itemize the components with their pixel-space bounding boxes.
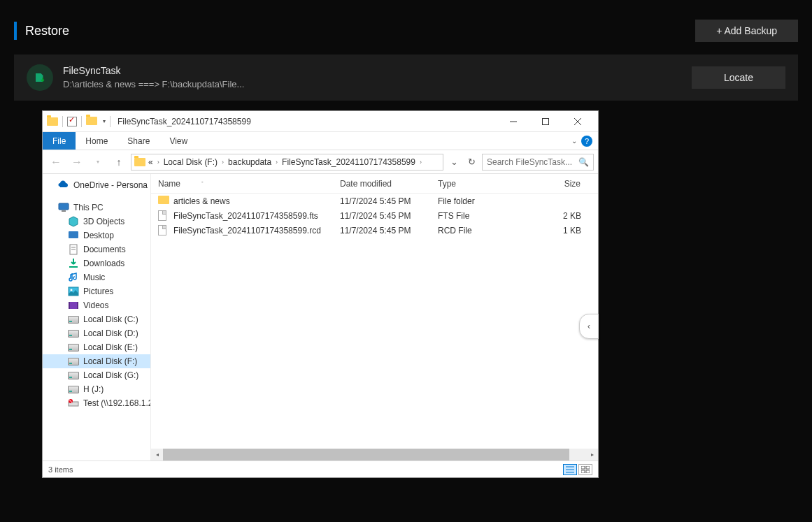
svg-rect-1 [543, 118, 549, 124]
nav-item-label: OneDrive - Persona [73, 180, 148, 190]
breadcrumb-segment[interactable]: FileSyncTask_20241107174358599 [279, 157, 418, 167]
thumbnails-view-button[interactable] [578, 464, 592, 475]
chevron-right-icon[interactable]: › [220, 159, 225, 166]
svg-rect-5 [62, 210, 66, 212]
add-backup-button[interactable]: + Add Backup [695, 20, 798, 42]
nav-tree-item[interactable]: Videos [43, 298, 150, 312]
breadcrumb[interactable]: « › Local Disk (F:) › backupdata › FileS… [131, 154, 443, 171]
nav-forward-button[interactable]: → [68, 153, 86, 171]
disk-icon [68, 370, 79, 381]
disk-icon [68, 314, 79, 325]
nav-back-button[interactable]: ← [47, 153, 65, 171]
column-header-size[interactable]: Size [513, 174, 598, 193]
svg-rect-24 [581, 470, 585, 473]
header-accent [14, 22, 17, 40]
nav-tree-item[interactable]: Test (\\192.168.1.2 [43, 396, 150, 410]
onedrive-icon [58, 180, 69, 191]
nav-tree-item[interactable]: Local Disk (G:) [43, 368, 150, 382]
nav-item-label: 3D Objects [83, 217, 124, 226]
svg-point-12 [71, 289, 73, 291]
task-name: FileSyncTask [63, 64, 692, 78]
nav-up-button[interactable]: ↑ [110, 153, 128, 171]
column-header-type[interactable]: Type [431, 174, 513, 193]
nav-tree-item[interactable]: Local Disk (C:) [43, 312, 150, 326]
svg-rect-14 [69, 302, 70, 309]
scrollbar-thumb[interactable] [163, 449, 569, 461]
details-view-button[interactable] [563, 464, 577, 475]
downloads-icon [68, 258, 79, 269]
file-list-pane: Nameˆ Date modified Type Size articles &… [151, 174, 598, 461]
nav-item-label: This PC [73, 203, 104, 212]
chevron-right-icon[interactable]: › [156, 159, 161, 166]
search-box[interactable]: 🔍 [482, 154, 594, 171]
nav-tree-item[interactable]: OneDrive - Persona [43, 178, 150, 192]
nav-item-label: Test (\\192.168.1.2 [83, 398, 151, 408]
quick-access-checkbox-icon[interactable] [67, 117, 77, 126]
nav-tree-item[interactable]: Documents [43, 242, 150, 256]
nav-tree-item[interactable]: Local Disk (E:) [43, 340, 150, 354]
ribbon-expand-icon[interactable]: ⌄ [571, 137, 577, 145]
nav-tree-item[interactable]: H (J:) [43, 382, 150, 396]
file-row[interactable]: FileSyncTask_20241107174358599.fts11/7/2… [151, 208, 598, 223]
tab-home[interactable]: Home [76, 132, 117, 150]
backup-task-row[interactable]: FileSyncTask D:\articles & news ===> F:\… [14, 55, 798, 101]
status-text: 3 items [48, 465, 73, 474]
nav-recent-dropdown[interactable]: ▾ [89, 153, 107, 171]
breadcrumb-overflow[interactable]: « [145, 157, 156, 167]
svg-rect-15 [77, 302, 78, 309]
breadcrumb-segment[interactable]: backupdata [225, 157, 274, 167]
chevron-right-icon[interactable]: › [274, 159, 279, 166]
nav-tree-item[interactable]: Local Disk (F:) [43, 354, 150, 368]
disk-icon [68, 328, 79, 339]
sync-icon [27, 64, 53, 91]
help-icon[interactable]: ? [581, 136, 592, 147]
file-row[interactable]: articles & news11/7/2024 5:45 PMFile fol… [151, 194, 598, 208]
nav-tree-item[interactable]: Pictures [43, 284, 150, 298]
search-icon[interactable]: 🔍 [578, 157, 589, 167]
nav-tree-item[interactable]: Desktop [43, 229, 150, 242]
separator [62, 116, 63, 127]
locate-button[interactable]: Locate [692, 66, 785, 89]
nav-item-label: Local Disk (G:) [83, 370, 138, 380]
scroll-left-button[interactable]: ◂ [151, 449, 163, 461]
nav-tree-item[interactable]: Music [43, 270, 150, 284]
tab-view[interactable]: View [159, 132, 197, 150]
separator [81, 116, 82, 127]
address-bar: ← → ▾ ↑ « › Local Disk (F:) › backupdata… [43, 150, 598, 174]
nav-item-label: Pictures [83, 287, 113, 296]
nav-tree-item[interactable]: This PC [43, 201, 150, 215]
file-type: File folder [431, 196, 513, 206]
column-header-date[interactable]: Date modified [333, 174, 431, 193]
close-button[interactable] [562, 111, 594, 132]
column-header-name[interactable]: Nameˆ [151, 174, 333, 193]
search-input[interactable] [487, 157, 578, 167]
refresh-button[interactable]: ↻ [464, 154, 479, 170]
page-title: Restore [25, 24, 695, 38]
nav-tree-item[interactable]: Downloads [43, 256, 150, 270]
chevron-right-icon[interactable]: › [418, 159, 423, 166]
breadcrumb-dropdown-button[interactable]: ⌄ [446, 154, 462, 170]
breadcrumb-segment[interactable]: Local Disk (F:) [161, 157, 220, 167]
svg-rect-22 [581, 466, 585, 469]
3d-icon [68, 216, 79, 227]
maximize-button[interactable] [529, 111, 562, 132]
videos-icon [68, 300, 79, 311]
minimize-button[interactable] [497, 111, 529, 132]
tab-share[interactable]: Share [117, 132, 159, 150]
chevron-down-icon[interactable]: ▾ [103, 118, 106, 124]
disk-icon [68, 356, 79, 367]
file-row[interactable]: FileSyncTask_20241107174358599.rcd11/7/2… [151, 223, 598, 238]
nav-tree-item[interactable]: Local Disk (D:) [43, 326, 150, 340]
scroll-right-button[interactable]: ▸ [586, 449, 598, 461]
navigation-pane[interactable]: OneDrive - PersonaThis PC3D ObjectsDeskt… [43, 174, 151, 461]
docs-icon [68, 244, 79, 255]
nav-item-label: Music [83, 273, 105, 282]
nav-tree-item[interactable]: 3D Objects [43, 215, 150, 229]
window-titlebar[interactable]: ▾ FileSyncTask_20241107174358599 [43, 111, 598, 132]
tab-file[interactable]: File [43, 132, 76, 150]
horizontal-scrollbar[interactable]: ◂ ▸ [151, 449, 598, 461]
side-panel-toggle[interactable]: ‹ [579, 314, 599, 339]
status-bar: 3 items [43, 461, 598, 477]
nav-item-label: Local Disk (F:) [83, 356, 137, 366]
svg-rect-23 [586, 466, 590, 469]
